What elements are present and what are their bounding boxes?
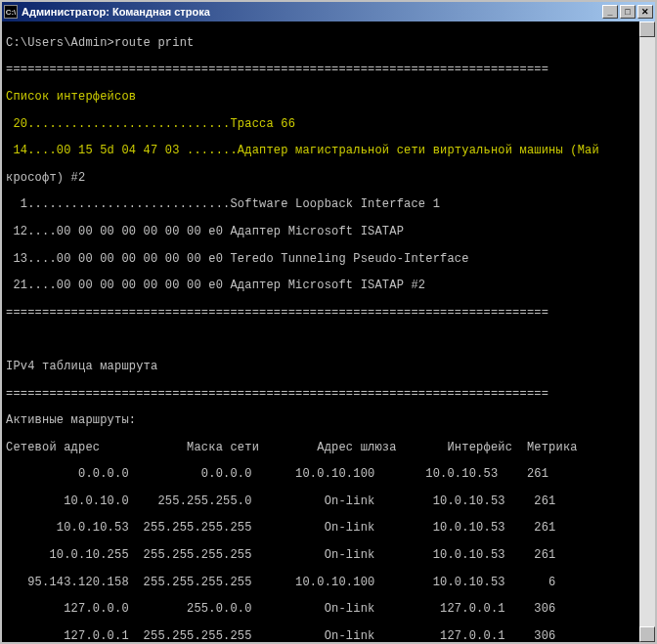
iface-row: 20............................Трасса 66 bbox=[6, 118, 637, 132]
close-button[interactable]: ✕ bbox=[637, 5, 653, 19]
terminal-content: C:\Users\Admin>route print =============… bbox=[6, 23, 637, 642]
blank bbox=[6, 333, 637, 347]
scrollbar-track[interactable] bbox=[639, 37, 655, 626]
iface-row: 13....00 00 00 00 00 00 00 e0 Teredo Tun… bbox=[6, 253, 637, 267]
route-row: 95.143.120.158 255.255.255.255 10.0.10.1… bbox=[6, 577, 637, 590]
window-title: Администратор: Командная строка bbox=[22, 6, 602, 18]
route-row: 127.0.0.1 255.255.255.255 On-link 127.0.… bbox=[6, 630, 637, 642]
route-row: 127.0.0.0 255.0.0.0 On-link 127.0.0.1 30… bbox=[6, 603, 637, 617]
iface-row: 21....00 00 00 00 00 00 00 e0 Адаптер Mi… bbox=[6, 279, 637, 293]
maximize-button[interactable]: □ bbox=[620, 5, 635, 19]
minimize-button[interactable]: _ bbox=[602, 5, 618, 19]
route-row: 10.0.10.0 255.255.255.0 On-link 10.0.10.… bbox=[6, 495, 637, 509]
divider: ========================================… bbox=[6, 64, 637, 77]
app-icon: C:\ bbox=[4, 5, 18, 19]
terminal-area[interactable]: C:\Users\Admin>route print =============… bbox=[2, 21, 655, 642]
prompt-line: C:\Users\Admin>route print bbox=[6, 37, 637, 51]
scroll-up-arrow-icon[interactable]: ▲ bbox=[639, 21, 655, 37]
iface-row: 14....00 15 5d 04 47 03 .......Адаптер м… bbox=[6, 145, 637, 158]
iface-row: 1............................Software Lo… bbox=[6, 198, 637, 212]
route-row: 10.0.10.255 255.255.255.255 On-link 10.0… bbox=[6, 549, 637, 563]
ipv4-header: IPv4 таблица маршрута bbox=[6, 361, 637, 374]
iface-row: 12....00 00 00 00 00 00 00 e0 Адаптер Mi… bbox=[6, 226, 637, 239]
route-row: 0.0.0.0 0.0.0.0 10.0.10.100 10.0.10.53 2… bbox=[6, 468, 637, 482]
route-row: 10.0.10.53 255.255.255.255 On-link 10.0.… bbox=[6, 522, 637, 536]
titlebar: C:\ Администратор: Командная строка _ □ … bbox=[2, 2, 655, 21]
scroll-down-arrow-icon[interactable]: ▼ bbox=[639, 626, 655, 642]
cmd-window: C:\ Администратор: Командная строка _ □ … bbox=[0, 0, 657, 644]
divider: ========================================… bbox=[6, 388, 637, 402]
iface-row: крософт) #2 bbox=[6, 172, 637, 186]
active-routes-header: Активные маршруты: bbox=[6, 414, 637, 428]
window-buttons: _ □ ✕ bbox=[602, 5, 653, 19]
interfaces-header: Список интерфейсов bbox=[6, 91, 637, 105]
vertical-scrollbar[interactable]: ▲ ▼ bbox=[639, 21, 655, 642]
divider: ========================================… bbox=[6, 307, 637, 321]
columns-header: Сетевой адрес Маска сети Адрес шлюза Инт… bbox=[6, 442, 637, 455]
